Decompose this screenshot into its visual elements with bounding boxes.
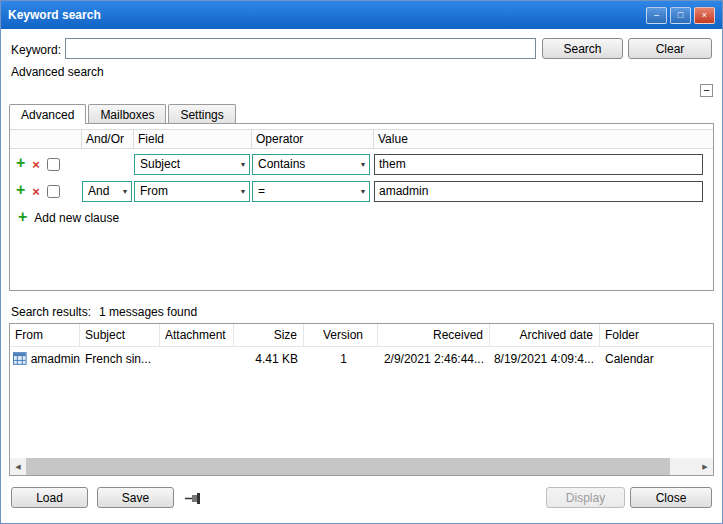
column-header-value: Value <box>374 130 713 148</box>
maximize-button[interactable]: □ <box>670 7 691 24</box>
operator-select[interactable]: = ▾ <box>252 181 370 202</box>
clear-button[interactable]: Clear <box>628 38 712 59</box>
chevron-down-icon: ▾ <box>361 187 365 196</box>
add-new-clause-label: Add new clause <box>34 211 119 225</box>
plus-icon: + <box>18 209 27 225</box>
load-button[interactable]: Load <box>11 487 88 508</box>
cell-subject: French sin... <box>80 347 160 370</box>
window-title: Keyword search <box>8 8 101 22</box>
results-column-attachment[interactable]: Attachment <box>160 324 234 346</box>
cell-received: 2/9/2021 2:46:44... <box>378 347 490 370</box>
field-select[interactable]: From ▾ <box>134 181 250 202</box>
cell-size: 4.41 KB <box>234 347 304 370</box>
column-header-field: Field <box>134 130 252 148</box>
cell-archived-date: 8/19/2021 4:09:4... <box>490 347 600 370</box>
insert-clause-icon[interactable]: + <box>16 155 25 171</box>
field-select-value: From <box>140 184 168 198</box>
column-header-actions <box>10 130 82 148</box>
keyword-label: Keyword: <box>11 43 61 57</box>
scrollbar-track[interactable] <box>26 458 697 475</box>
clause-grid-header: And/Or Field Operator Value <box>10 129 713 149</box>
clause-actions: + × <box>10 157 82 171</box>
tab-settings[interactable]: Settings <box>168 104 235 123</box>
keyword-search-dialog: Keyword search – □ × Keyword: Search Cle… <box>0 0 723 524</box>
chevron-down-icon: ▾ <box>241 187 245 196</box>
andor-select-value: And <box>88 184 109 198</box>
operator-select-value: = <box>258 184 265 198</box>
tab-strip: Advanced Mailboxes Settings <box>9 104 238 123</box>
add-new-clause-link[interactable]: + Add new clause <box>10 211 713 225</box>
scrollbar-thumb[interactable] <box>26 458 670 475</box>
insert-clause-icon[interactable]: + <box>16 182 25 198</box>
delete-clause-icon[interactable]: × <box>32 158 40 171</box>
chevron-down-icon: ▾ <box>123 187 127 196</box>
results-column-version[interactable]: Version <box>304 324 378 346</box>
results-panel: From Subject Attachment Size Version Rec… <box>9 323 714 476</box>
search-results-label: Search results: <box>11 305 91 319</box>
titlebar: Keyword search – □ × <box>1 1 722 29</box>
results-column-size[interactable]: Size <box>234 324 304 346</box>
cell-from-text: amadmin <box>31 352 80 366</box>
window-controls: – □ × <box>646 7 715 24</box>
operator-select[interactable]: Contains ▾ <box>252 154 370 175</box>
chevron-down-icon: ▾ <box>361 160 365 169</box>
results-column-folder[interactable]: Folder <box>600 324 713 346</box>
horizontal-scrollbar[interactable]: ◀ ▶ <box>10 458 713 475</box>
cell-attachment <box>160 347 234 370</box>
minimize-icon: – <box>654 11 659 20</box>
search-button[interactable]: Search <box>542 38 623 59</box>
andor-select[interactable]: And ▾ <box>82 181 132 202</box>
close-icon: × <box>702 11 707 20</box>
save-button[interactable]: Save <box>97 487 174 508</box>
field-select[interactable]: Subject ▾ <box>134 154 250 175</box>
cell-from: amadmin <box>10 347 80 370</box>
results-header-row: From Subject Attachment Size Version Rec… <box>10 324 713 347</box>
clause-row: + × And ▾ From ▾ = ▾ <box>10 179 713 203</box>
results-column-from[interactable]: From <box>10 324 80 346</box>
clause-checkbox[interactable] <box>47 185 60 198</box>
clause-value-input[interactable] <box>374 181 703 202</box>
chevron-down-icon: ▾ <box>241 160 245 169</box>
clause-row: + × Subject ▾ Contains ▾ <box>10 152 713 176</box>
results-column-received[interactable]: Received <box>378 324 490 346</box>
delete-clause-icon[interactable]: × <box>32 185 40 198</box>
results-column-archived-date[interactable]: Archived date <box>490 324 600 346</box>
clause-checkbox[interactable] <box>47 158 60 171</box>
cell-folder: Calendar <box>600 347 713 370</box>
clause-value-input[interactable] <box>374 154 703 175</box>
close-button-footer[interactable]: Close <box>630 487 712 508</box>
search-results-summary: Search results:1 messages found <box>11 305 197 319</box>
search-results-count: 1 messages found <box>99 305 197 319</box>
maximize-icon: □ <box>678 11 683 20</box>
column-header-andor: And/Or <box>82 130 134 148</box>
results-column-subject[interactable]: Subject <box>80 324 160 346</box>
advanced-search-label: Advanced search <box>11 65 104 79</box>
keyword-input[interactable] <box>65 38 536 59</box>
minimize-button[interactable]: – <box>646 7 667 24</box>
field-select-value: Subject <box>140 157 180 171</box>
scroll-left-arrow-icon[interactable]: ◀ <box>10 458 26 475</box>
calendar-icon <box>13 352 27 365</box>
collapse-button[interactable]: − <box>700 84 713 97</box>
pin-icon[interactable] <box>185 492 203 505</box>
cell-version: 1 <box>304 347 378 370</box>
column-header-operator: Operator <box>252 130 374 148</box>
operator-select-value: Contains <box>258 157 305 171</box>
close-button[interactable]: × <box>694 7 715 24</box>
scroll-right-arrow-icon[interactable]: ▶ <box>697 458 713 475</box>
tab-mailboxes[interactable]: Mailboxes <box>88 104 166 123</box>
tab-advanced[interactable]: Advanced <box>9 104 86 124</box>
display-button[interactable]: Display <box>546 487 625 508</box>
table-row[interactable]: amadmin French sin... 4.41 KB 1 2/9/2021… <box>10 347 713 370</box>
clause-actions: + × <box>10 184 82 198</box>
advanced-tab-panel: And/Or Field Operator Value + × Subject … <box>9 123 714 291</box>
